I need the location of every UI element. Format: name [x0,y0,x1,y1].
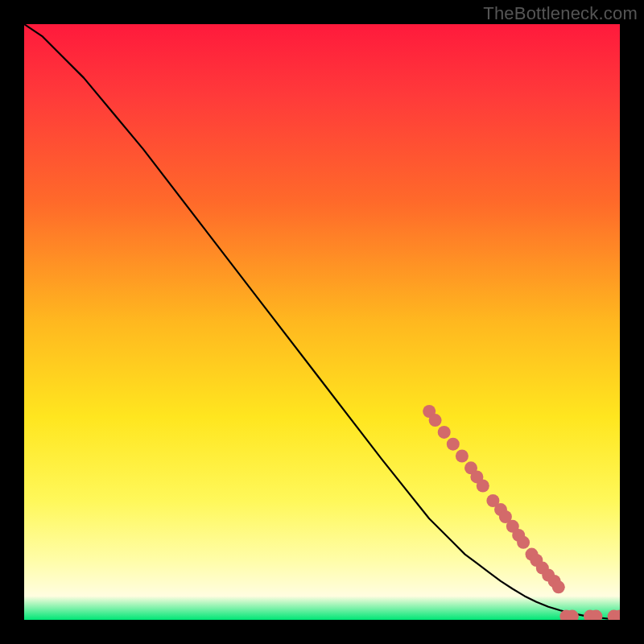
data-marker [517,536,530,549]
data-marker [447,438,460,451]
data-marker [477,480,489,493]
chart-stage: TheBottleneck.com [0,0,644,644]
data-marker [456,450,469,463]
watermark-text: TheBottleneck.com [483,3,638,24]
plot-area [24,24,620,620]
data-marker [429,414,442,427]
data-marker [552,580,565,593]
marker-group [423,405,620,620]
chart-svg [24,24,620,620]
curve-line [24,24,620,619]
data-marker [438,426,451,439]
